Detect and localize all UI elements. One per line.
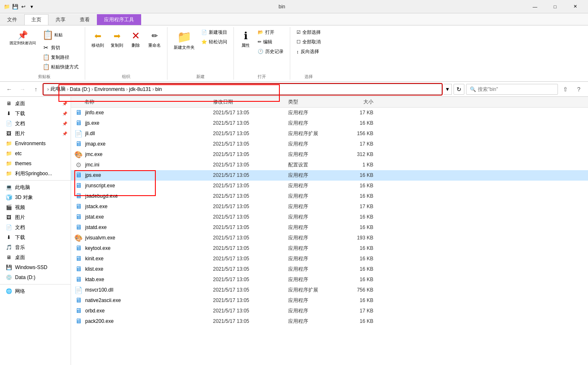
- more-icon[interactable]: ▾: [28, 3, 35, 10]
- file-size: 193 KB: [342, 235, 380, 241]
- sidebar-item-thispc[interactable]: 💻 此电脑: [0, 182, 71, 192]
- undo-icon[interactable]: ↩: [20, 3, 27, 10]
- column-date[interactable]: 修改日期: [213, 98, 288, 106]
- sidebar-label-videos: 视频: [15, 204, 25, 211]
- file-date: 2021/5/17 13:05: [213, 214, 288, 220]
- sidebar-item-videos[interactable]: 🎬 视频: [0, 202, 71, 212]
- tab-home[interactable]: 主页: [24, 14, 48, 25]
- sidebar-item-documents2[interactable]: 📄 文档: [0, 222, 71, 232]
- table-row[interactable]: 🖥 native2ascii.exe 2021/5/17 13:05 应用程序 …: [71, 295, 588, 306]
- select-all-button[interactable]: ☑ 全部选择: [294, 28, 324, 37]
- delete-button[interactable]: ✕ 删除: [127, 28, 144, 50]
- paste-button[interactable]: 📋 粘贴: [40, 28, 81, 42]
- maximize-button[interactable]: □: [545, 0, 565, 13]
- file-date: 2021/5/17 13:05: [213, 235, 288, 241]
- move-to-button[interactable]: ⬅ 移动到: [89, 28, 107, 50]
- search-input[interactable]: [478, 86, 554, 92]
- table-row[interactable]: 📄 msvcr100.dll 2021/5/17 13:05 应用程序扩展 75…: [71, 285, 588, 295]
- address-dropdown[interactable]: ▼: [444, 84, 452, 95]
- table-row[interactable]: 🖥 jstack.exe 2021/5/17 13:05 应用程序 17 KB: [71, 201, 588, 212]
- sidebar-item-etc[interactable]: 📁 etc: [0, 149, 71, 159]
- close-button[interactable]: ✕: [565, 0, 585, 13]
- file-icon: 🎨: [74, 234, 83, 242]
- desktop2-icon: 🖥: [5, 254, 13, 261]
- sidebar-item-network[interactable]: 🌐 网络: [0, 286, 71, 296]
- file-icon: 🖥: [74, 223, 83, 232]
- file-name-cell: 🖥 kinit.exe: [71, 254, 213, 263]
- sidebar-item-environments[interactable]: 📁 Environments: [0, 138, 71, 149]
- tab-tools[interactable]: 应用程序工具: [97, 14, 141, 25]
- table-row[interactable]: 🖥 jstatd.exe 2021/5/17 13:05 应用程序 16 KB: [71, 222, 588, 233]
- sidebar-item-pictures2[interactable]: 🖼 图片: [0, 212, 71, 222]
- sidebar-item-themes[interactable]: 📁 themes: [0, 159, 71, 169]
- table-row[interactable]: 🖥 pack200.exe 2021/5/17 13:05 应用程序 16 KB: [71, 316, 588, 327]
- tab-share[interactable]: 共享: [48, 14, 73, 25]
- column-name[interactable]: 名称: [71, 98, 213, 106]
- tab-file[interactable]: 文件: [0, 14, 24, 25]
- help-button[interactable]: ?: [573, 83, 585, 95]
- invert-button[interactable]: ↕ 反向选择: [294, 47, 324, 56]
- paste-shortcut-button[interactable]: 📋 粘贴快捷方式: [40, 62, 81, 71]
- table-row[interactable]: 🖥 keytool.exe 2021/5/17 13:05 应用程序 16 KB: [71, 243, 588, 254]
- history-button[interactable]: 🕐 历史记录: [255, 47, 286, 56]
- easy-access-button[interactable]: ⭐ 轻松访问: [198, 38, 230, 46]
- file-type: 应用程序: [288, 297, 342, 304]
- sidebar-item-documents[interactable]: 📄 文档 📌: [0, 118, 71, 128]
- sidebar-item-downloads2[interactable]: ⬇ 下载: [0, 232, 71, 242]
- table-row[interactable]: 🎨 jmc.exe 2021/5/17 13:05 应用程序 312 KB: [71, 149, 588, 160]
- save-icon[interactable]: 💾: [12, 3, 18, 10]
- rename-button[interactable]: ✏ 重命名: [145, 28, 164, 50]
- file-size: 16 KB: [342, 214, 380, 220]
- sidebar-label-thispc: 此电脑: [15, 184, 30, 191]
- table-row[interactable]: 🎨 jvisualvm.exe 2021/5/17 13:05 应用程序 193…: [71, 233, 588, 243]
- sidebar-item-springboot[interactable]: 📁 利用Springboo...: [0, 169, 71, 179]
- up-button[interactable]: ↑: [30, 83, 42, 95]
- table-row[interactable]: 🖥 jsadebugd.exe 2021/5/17 13:05 应用程序 16 …: [71, 191, 588, 201]
- address-bar[interactable]: › 此电脑 › Data (D:) › Environments › jdk-8…: [43, 84, 442, 95]
- file-date: 2021/5/17 13:05: [213, 162, 288, 168]
- edit-button[interactable]: ✏ 编辑: [255, 38, 286, 46]
- table-row[interactable]: 📄 jli.dll 2021/5/17 13:05 应用程序扩展 156 KB: [71, 128, 588, 139]
- copy-path-button[interactable]: 📋 复制路径: [40, 53, 81, 62]
- sidebar-item-music[interactable]: 🎵 音乐: [0, 242, 71, 252]
- table-row[interactable]: 🖥 jmap.exe 2021/5/17 13:05 应用程序 17 KB: [71, 139, 588, 149]
- sidebar-item-desktop2[interactable]: 🖥 桌面: [0, 252, 71, 262]
- table-row[interactable]: 🖥 jinfo.exe 2021/5/17 13:05 应用程序 17 KB: [71, 108, 588, 118]
- table-row[interactable]: 🖥 orbd.exe 2021/5/17 13:05 应用程序 17 KB: [71, 306, 588, 316]
- window-controls: — □ ✕: [525, 0, 585, 13]
- windows-ssd-icon: 💾: [5, 264, 13, 271]
- minimize-button[interactable]: —: [525, 0, 545, 13]
- tab-view[interactable]: 查看: [73, 14, 97, 25]
- table-row[interactable]: 🖥 jjs.exe 2021/5/17 13:05 应用程序 16 KB: [71, 118, 588, 128]
- expand-up-button[interactable]: ⇧: [560, 83, 571, 95]
- refresh-button[interactable]: ↻: [454, 84, 464, 95]
- select-none-button[interactable]: ☐ 全部取消: [294, 38, 324, 46]
- back-button[interactable]: ←: [3, 83, 15, 95]
- table-row[interactable]: ⚙ jmc.ini 2021/5/17 13:05 配置设置 1 KB: [71, 160, 588, 170]
- cut-button[interactable]: ✂ 剪切: [40, 43, 81, 52]
- table-row[interactable]: 🖥 ktab.exe 2021/5/17 13:05 应用程序 16 KB: [71, 274, 588, 285]
- file-type: 应用程序: [288, 266, 342, 273]
- table-row[interactable]: 🖥 kinit.exe 2021/5/17 13:05 应用程序 16 KB: [71, 254, 588, 264]
- sidebar-item-downloads[interactable]: ⬇ 下载 📌: [0, 108, 71, 118]
- sidebar-item-desktop[interactable]: 🖥 桌面 📌: [0, 98, 71, 108]
- sidebar-item-3d[interactable]: 🧊 3D 对象: [0, 192, 71, 202]
- table-row[interactable]: 🖥 klist.exe 2021/5/17 13:05 应用程序 16 KB: [71, 264, 588, 274]
- sidebar-item-pictures[interactable]: 🖼 图片 📌: [0, 128, 71, 138]
- table-row[interactable]: 🖥 jrunscript.exe 2021/5/17 13:05 应用程序 16…: [71, 181, 588, 191]
- pin-button[interactable]: 📌 固定到快速访问: [7, 28, 39, 48]
- properties-button[interactable]: ℹ 属性: [237, 28, 254, 50]
- themes-icon: 📁: [5, 160, 13, 167]
- sidebar-item-windows-ssd[interactable]: 💾 Windows-SSD: [0, 262, 71, 272]
- forward-button[interactable]: →: [17, 83, 28, 95]
- new-folder-button[interactable]: 📁 新建文件夹: [171, 28, 198, 53]
- column-size[interactable]: 大小: [342, 98, 380, 106]
- table-row[interactable]: 🖥 jstat.exe 2021/5/17 13:05 应用程序 16 KB: [71, 212, 588, 222]
- sidebar-item-data-d[interactable]: 💿 Data (D:): [0, 272, 71, 282]
- new-item-button[interactable]: 📄 新建项目: [198, 28, 230, 37]
- open-button[interactable]: 📂 打开: [255, 28, 286, 37]
- table-row[interactable]: 🖥 jps.exe 2021/5/17 13:05 应用程序 16 KB: [71, 170, 588, 181]
- copy-to-button[interactable]: ➡ 复制到: [108, 28, 126, 50]
- column-type[interactable]: 类型: [288, 98, 342, 106]
- main-content: 🖥 桌面 📌 ⬇ 下载 📌 📄 文档 📌 🖼 图片 📌 📁 En: [0, 97, 588, 365]
